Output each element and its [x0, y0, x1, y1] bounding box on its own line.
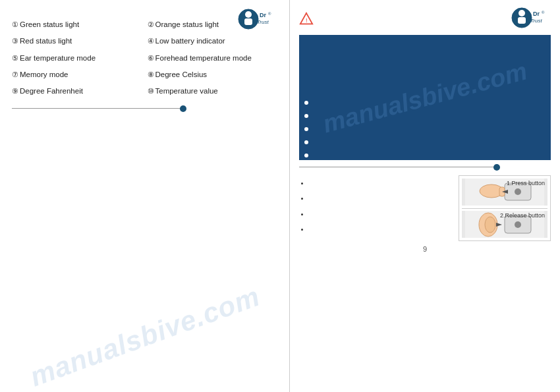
divider-dot	[180, 105, 186, 112]
svg-point-22	[485, 217, 495, 233]
svg-text:Trust: Trust	[530, 18, 542, 24]
blue-bullet-1	[304, 101, 308, 105]
item-7: ⑦Memory mode	[12, 67, 141, 82]
bullet-item-4	[310, 221, 451, 237]
right-divider-dot	[493, 164, 500, 171]
item-3: ③Red status light	[12, 34, 141, 49]
right-bullet-list	[299, 175, 451, 241]
item-1: ①Green status light	[12, 17, 141, 32]
instruction-top-image: 1.Press button	[462, 179, 547, 206]
right-panel: ! Dr Trust ® manualsbive.com	[290, 0, 560, 392]
item-8: ⑧Degree Celsius	[148, 67, 277, 82]
left-watermark: manualsbive.com	[26, 281, 264, 392]
right-logo: Dr Trust ®	[511, 7, 551, 31]
bullet-item-3	[310, 206, 451, 221]
svg-point-16	[515, 188, 521, 195]
bullet-item-2	[310, 190, 451, 206]
item-6: ⑥Forehead temperature mode	[148, 51, 277, 66]
item-10: ⑩Temperature value	[148, 84, 277, 99]
right-divider	[299, 167, 497, 167]
svg-text:Dr: Dr	[533, 11, 540, 17]
svg-rect-2	[244, 18, 252, 25]
item-4: ④Low battery indicator	[148, 34, 277, 49]
svg-text:!: !	[306, 16, 308, 23]
instruction-bottom-image: 2.Release button	[462, 211, 547, 238]
svg-rect-10	[518, 17, 526, 24]
blue-bullet-5	[304, 154, 308, 157]
blue-bullet-3	[304, 127, 308, 131]
svg-text:Trust: Trust	[257, 19, 269, 25]
items-grid: ①Green status light ②Orange status light…	[12, 17, 276, 99]
instruction-divider	[462, 208, 547, 209]
instruction-box: 1.Press button	[459, 175, 551, 241]
left-logo: Dr Trust ®	[238, 8, 277, 32]
bullet-item-1	[310, 175, 451, 190]
blue-bullet-2	[304, 114, 308, 118]
svg-text:®: ®	[268, 12, 271, 16]
svg-text:®: ®	[542, 11, 545, 14]
instruction-bottom-label: 2.Release button	[500, 212, 545, 219]
warning-icon: !	[299, 12, 314, 26]
svg-point-24	[515, 221, 521, 228]
svg-text:Dr: Dr	[260, 12, 266, 18]
svg-point-1	[245, 11, 252, 18]
bullet-section: 1.Press button	[299, 175, 551, 241]
right-header: ! Dr Trust ®	[299, 7, 551, 31]
blue-display-image: manualsbive.com	[299, 35, 551, 160]
svg-point-9	[518, 10, 525, 16]
left-panel: Dr Trust ® ①Green status light ②Orange s…	[0, 0, 290, 392]
blue-bullet-4	[304, 140, 308, 144]
left-divider	[12, 108, 183, 109]
item-9: ⑨Degree Fahrenheit	[12, 84, 141, 99]
instruction-top-label: 1.Press button	[507, 180, 545, 186]
item-5: ⑤Ear temperature mode	[12, 51, 141, 66]
page-number: 9	[299, 245, 551, 253]
blue-watermark: manualsbive.com	[287, 5, 560, 190]
